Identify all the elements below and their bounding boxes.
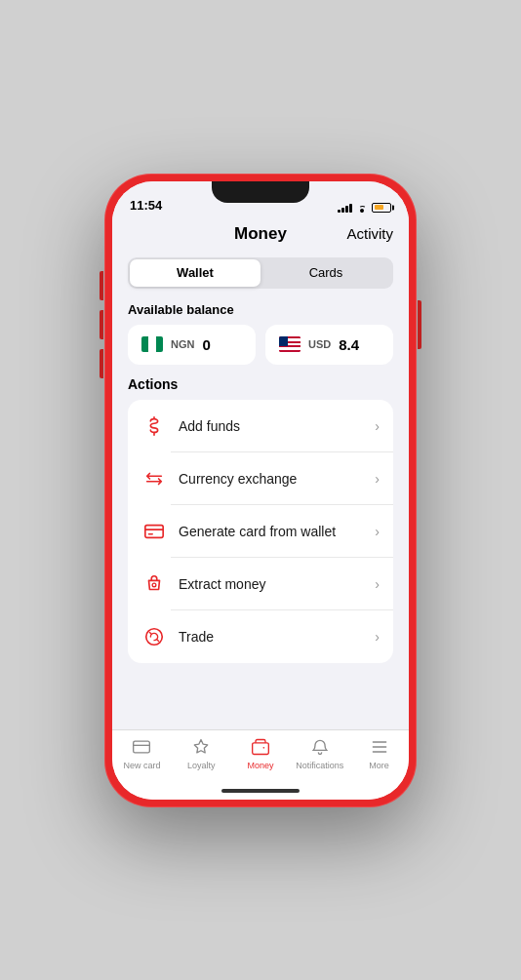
action-item-add-funds[interactable]: Add funds ›	[128, 400, 393, 452]
svg-rect-3	[134, 741, 150, 753]
wallet-nav-icon	[249, 736, 272, 758]
chevron-icon: ›	[375, 418, 380, 434]
svg-rect-4	[253, 742, 269, 754]
home-indicator	[112, 782, 409, 800]
card-icon	[141, 519, 167, 544]
nav-item-more[interactable]: More	[349, 736, 409, 770]
usd-currency: USD	[308, 338, 331, 350]
nav-money-label: Money	[247, 761, 273, 770]
nav-item-loyalty[interactable]: Loyalty	[172, 736, 231, 770]
generate-card-label: Generate card from wallet	[179, 524, 363, 539]
nav-new-card-label: New card	[123, 761, 160, 770]
nav-notifications-label: Notifications	[296, 761, 343, 770]
exchange-icon	[141, 466, 167, 491]
card-nav-icon	[130, 736, 153, 758]
nav-loyalty-label: Loyalty	[187, 761, 216, 770]
add-funds-label: Add funds	[179, 418, 363, 434]
usd-balance-card: USD 8.4	[265, 325, 393, 365]
trade-label: Trade	[179, 629, 363, 645]
usd-amount: 8.4	[339, 336, 359, 353]
currency-exchange-label: Currency exchange	[179, 471, 363, 487]
actions-section-label: Actions	[112, 376, 409, 400]
phone-screen: 11:54 Money Activity	[112, 181, 409, 800]
phone-frame: 11:54 Money Activity	[104, 174, 417, 807]
ngn-currency: NGN	[171, 338, 194, 350]
activity-link[interactable]: Activity	[346, 225, 393, 242]
status-time: 11:54	[130, 198, 162, 213]
status-icons	[338, 203, 391, 213]
action-item-extract-money[interactable]: Extract money ›	[128, 558, 393, 610]
action-item-trade[interactable]: Trade ›	[128, 610, 393, 663]
svg-point-2	[146, 628, 163, 645]
balance-section-label: Available balance	[112, 298, 409, 325]
bag-icon	[141, 571, 167, 597]
notch	[212, 181, 309, 203]
nav-item-new-card[interactable]: New card	[112, 736, 172, 770]
action-item-currency-exchange[interactable]: Currency exchange ›	[128, 452, 393, 505]
page-title: Money	[234, 224, 287, 244]
svg-rect-0	[145, 525, 163, 537]
nav-more-label: More	[369, 761, 389, 770]
page-header: Money Activity	[112, 216, 409, 254]
signal-icon	[338, 203, 352, 213]
chevron-icon: ›	[375, 471, 380, 487]
loyalty-nav-icon	[189, 736, 213, 758]
ngn-amount: 0	[202, 336, 210, 353]
action-item-generate-card[interactable]: Generate card from wallet ›	[128, 505, 393, 558]
segment-wallet[interactable]: Wallet	[130, 259, 260, 287]
usd-flag	[279, 336, 301, 352]
svg-point-1	[152, 583, 156, 587]
actions-list: Add funds › Currency exchange ›	[128, 400, 393, 663]
bell-nav-icon	[308, 736, 332, 758]
balance-row: NGN 0	[128, 325, 393, 365]
battery-icon	[372, 203, 391, 213]
home-bar	[221, 789, 300, 793]
menu-nav-icon	[368, 736, 391, 758]
segment-cards[interactable]: Cards	[260, 259, 391, 287]
chevron-icon: ›	[375, 524, 380, 539]
chevron-icon: ›	[375, 576, 380, 592]
nav-item-notifications[interactable]: Notifications	[290, 736, 349, 770]
bottom-nav: New card Loyalty	[112, 729, 409, 782]
trade-icon	[141, 624, 167, 649]
ngn-flag	[141, 336, 163, 352]
segment-control: Wallet Cards	[128, 257, 393, 289]
nav-item-money[interactable]: Money	[231, 736, 291, 770]
chevron-icon: ›	[375, 629, 380, 645]
wifi-icon	[356, 203, 368, 213]
ngn-balance-card: NGN 0	[128, 325, 256, 365]
screen-content: Money Activity Wallet Cards Available ba…	[112, 216, 409, 729]
extract-money-label: Extract money	[179, 576, 363, 592]
dollar-icon	[141, 413, 167, 439]
